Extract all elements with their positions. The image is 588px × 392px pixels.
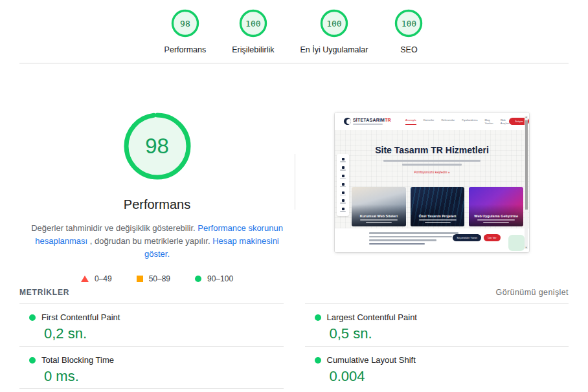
- mini-site-logo-tagline: [353, 124, 383, 125]
- legend-fail-range: 0–49: [95, 274, 112, 283]
- mini-card-title: Kurumsal Web Siteleri: [353, 214, 405, 218]
- seo-score-value: 100: [394, 8, 424, 38]
- best-practices-score-label: En İyi Uygulamalar: [300, 45, 368, 54]
- accessibility-score-label: Erişilebilirlik: [232, 45, 274, 54]
- mini-nav-services: Hizmetler: [424, 118, 435, 125]
- metric-first-contentful-paint: First Contentful Paint 0,2 sn.: [19, 303, 284, 346]
- mini-site-cookie-bar: Seçenekler Yönet İzin Ver: [335, 228, 529, 252]
- mini-nav-pricing: Fiyatlandırma: [462, 118, 477, 125]
- mini-sidebar-item: [340, 183, 346, 188]
- mini-site-scrollbar: ▲ ▼: [525, 116, 528, 249]
- metrics-title: METRİKLER: [19, 288, 69, 297]
- mini-nav-home: Anasayfa: [405, 118, 416, 125]
- mini-card-web-apps: Web Uygulama Geliştirme: [469, 187, 523, 226]
- explanation-text-before: Değerler tahminidir ve değişiklik göster…: [31, 223, 198, 233]
- legend-item-fail: 0–49: [81, 274, 112, 283]
- accessibility-score-circle: 100: [238, 8, 268, 38]
- mini-card-corporate-websites: Kurumsal Web Siteleri: [352, 187, 406, 226]
- legend-item-average: 50–89: [137, 274, 170, 283]
- gauge-panel: 98 Performans Değerler tahminidir ve değ…: [19, 64, 295, 278]
- metric-largest-contentful-paint: Largest Contentful Paint 0,5 sn.: [305, 303, 569, 346]
- pass-circle-icon: [195, 276, 201, 282]
- mini-site-navbar: SİTETASARIMTR Anasayfa Hizmetler Referan…: [335, 113, 529, 130]
- metrics-grid: First Contentful Paint 0,2 sn. Largest C…: [0, 303, 588, 389]
- explanation-text-middle: , doğrudan bu metriklerle yapılır.: [87, 236, 212, 246]
- performance-score-circle: 98: [170, 8, 200, 38]
- mini-cookie-manage-button: Seçenekler Yönet: [453, 234, 481, 241]
- metric-value: 0 ms.: [44, 368, 284, 385]
- best-practices-score-value: 100: [319, 8, 349, 38]
- mini-site-portfolio-link: Portföyümüzü keşfedin »: [335, 170, 529, 174]
- metric-cumulative-layout-shift: Cumulative Layout Shift 0.004: [305, 346, 569, 389]
- legend-item-pass: 90–100: [195, 274, 233, 283]
- mini-nav-blog: Blog Yazıları: [484, 118, 493, 125]
- mini-sidebar-item: [340, 166, 346, 171]
- best-practices-score-circle: 100: [319, 8, 349, 38]
- scroll-down-icon: ▼: [525, 246, 528, 249]
- mini-site-hero-title: Site Tasarım TR Hizmetleri: [335, 145, 529, 155]
- mini-site-logo-primary: SİTETASARIM: [353, 118, 385, 122]
- mini-chat-widget: [508, 235, 525, 251]
- mini-site-hero: Site Tasarım TR Hizmetleri Portföyümüzü …: [335, 130, 529, 228]
- score-item-best-practices[interactable]: 100 En İyi Uygulamalar: [300, 8, 368, 54]
- mini-sidebar-item: [340, 199, 346, 204]
- performance-summary-section: 98 Performans Değerler tahminidir ve değ…: [0, 64, 588, 278]
- legend-pass-range: 90–100: [207, 274, 233, 283]
- mini-site-floating-sidebar: [337, 154, 349, 216]
- pass-bullet-icon: [315, 357, 321, 364]
- legend-average-range: 50–89: [149, 274, 170, 283]
- mini-card-description: [352, 219, 406, 223]
- seo-score-circle: 100: [394, 8, 424, 38]
- mini-nav-references: Referanslar: [441, 118, 455, 125]
- mini-site-logo-icon: [344, 118, 351, 125]
- pass-bullet-icon: [29, 357, 36, 364]
- scrollbar-thumb: [525, 120, 528, 210]
- mini-site-logo-accent: TR: [385, 118, 391, 122]
- page-screenshot-thumbnail: SİTETASARIMTR Anasayfa Hizmetler Referan…: [335, 113, 529, 252]
- mini-site-logo: SİTETASARIMTR: [353, 118, 391, 125]
- metric-name: First Contentful Paint: [41, 312, 120, 322]
- mini-card-description: [411, 219, 465, 223]
- pass-bullet-icon: [315, 314, 321, 321]
- metric-value: 0.004: [330, 368, 569, 385]
- metric-value: 0,5 sn.: [330, 325, 569, 342]
- mini-sidebar-item: [340, 191, 346, 196]
- mini-card-title: Özel Tasarım Projeleri: [412, 214, 464, 218]
- screenshot-panel: SİTETASARIMTR Anasayfa Hizmetler Referan…: [295, 64, 569, 278]
- mini-sidebar-item: [340, 158, 346, 162]
- gauge-title: Performans: [19, 197, 295, 212]
- fail-triangle-icon: [81, 276, 89, 282]
- metric-total-blocking-time: Total Blocking Time 0 ms.: [19, 346, 284, 389]
- score-item-accessibility[interactable]: 100 Erişilebilirlik: [232, 8, 274, 54]
- metric-value: 0,2 sn.: [44, 325, 284, 342]
- metrics-section: METRİKLER Görünümü genişlet First Conten…: [0, 278, 588, 389]
- metric-name: Cumulative Layout Shift: [327, 355, 416, 365]
- expand-view-button[interactable]: Görünümü genişlet: [496, 288, 569, 297]
- mini-cookie-accept-button: İzin Ver: [484, 234, 501, 241]
- score-explanation-text: Değerler tahminidir ve değişiklik göster…: [28, 222, 286, 261]
- score-item-performance[interactable]: 98 Performans: [164, 8, 207, 54]
- seo-score-label: SEO: [400, 45, 417, 54]
- average-square-icon: [137, 276, 143, 282]
- category-scores-bar: 98 Performans 100 Erişilebilirlik 100 En…: [0, 0, 588, 54]
- accessibility-score-value: 100: [238, 8, 268, 38]
- score-legend: 0–49 50–89 90–100: [19, 274, 295, 283]
- mini-cookie-text: [369, 232, 458, 245]
- mini-site-hero-subtitle: [335, 160, 529, 166]
- scroll-up-icon: ▲: [525, 116, 528, 118]
- score-item-seo[interactable]: 100 SEO: [394, 8, 424, 54]
- metric-name: Largest Contentful Paint: [327, 312, 417, 322]
- mini-nav-tools: Web Araçları: [501, 118, 510, 125]
- metric-name: Total Blocking Time: [41, 355, 114, 365]
- mini-sidebar-item: [340, 175, 346, 179]
- performance-score-label: Performans: [164, 45, 207, 54]
- mini-site-nav-links: Anasayfa Hizmetler Referanslar Fiyatland…: [405, 118, 510, 125]
- mini-site-service-cards: Kurumsal Web Siteleri Özel Tasarım Proje…: [352, 187, 523, 226]
- mini-card-description: [469, 219, 523, 223]
- mini-card-title: Web Uygulama Geliştirme: [470, 214, 522, 218]
- performance-gauge[interactable]: 98: [124, 113, 191, 180]
- mini-sidebar-item: [340, 208, 346, 212]
- mini-card-custom-design: Özel Tasarım Projeleri: [411, 187, 465, 226]
- pass-bullet-icon: [29, 314, 36, 321]
- performance-score-value: 98: [170, 8, 200, 38]
